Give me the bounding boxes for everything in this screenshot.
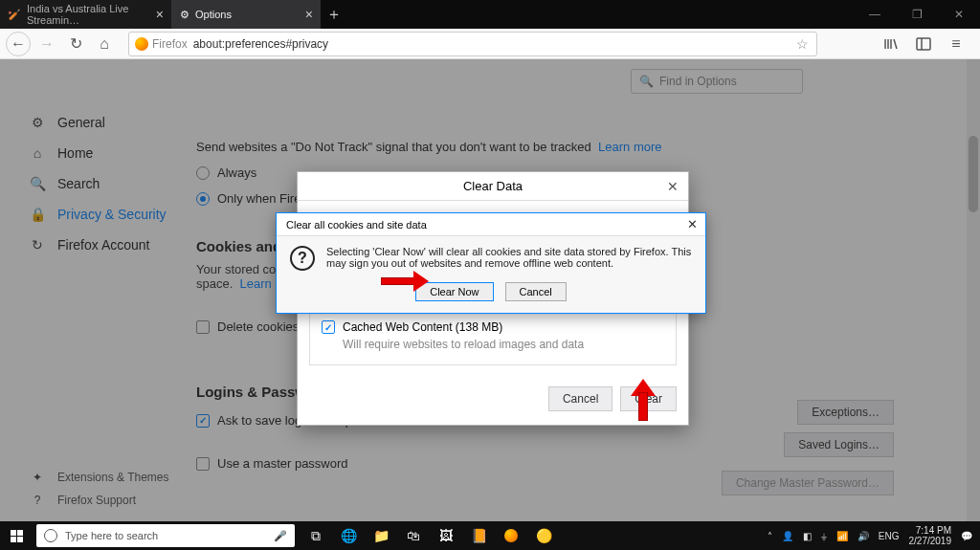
people-icon[interactable]: 👤 [782, 531, 793, 541]
minimize-button[interactable]: — [854, 0, 896, 29]
cancel-button[interactable]: Cancel [548, 386, 612, 411]
question-icon: ? [290, 246, 315, 271]
tray-icon[interactable]: ◧ [803, 531, 812, 541]
app-icon[interactable]: 🖼 [431, 521, 461, 550]
option-description: Will require websites to reload images a… [343, 338, 664, 351]
tab-background[interactable]: 🏏 India vs Australia Live Streamin… × [0, 0, 172, 29]
chrome-icon[interactable]: 🟡 [528, 521, 559, 550]
cancel-button[interactable]: Cancel [505, 282, 567, 301]
dialog-footer: Clear Now Cancel [277, 276, 705, 313]
new-tab-button[interactable]: ＋ [321, 0, 347, 29]
close-icon[interactable]: × [305, 7, 313, 22]
window-titlebar: 🏏 India vs Australia Live Streamin… × ⚙ … [0, 0, 980, 29]
app-icon[interactable]: 📙 [463, 521, 494, 550]
forward-button[interactable]: → [34, 32, 59, 56]
close-icon[interactable]: ✕ [687, 217, 698, 231]
tray-chevron-icon[interactable]: ˄ [768, 531, 772, 541]
dialog-header: Clear Data ✕ [298, 172, 688, 201]
tab-favicon: 🏏 [8, 9, 21, 21]
app-menu-button[interactable]: ≡ [944, 32, 969, 56]
wifi-icon[interactable]: 📶 [836, 531, 848, 541]
checkbox-icon [322, 320, 335, 334]
identity-icon: Firefox [129, 37, 193, 51]
confirm-clear-dialog: Clear all cookies and site data ✕ ? Sele… [276, 212, 706, 314]
edge-icon[interactable]: 🌐 [333, 521, 364, 550]
language-indicator[interactable]: ENG [879, 531, 900, 541]
home-button[interactable]: ⌂ [92, 32, 117, 56]
dialog-title: Clear all cookies and site data [286, 219, 427, 231]
taskbar-clock[interactable]: 7:14 PM 2/27/2019 [909, 525, 952, 546]
windows-taskbar: Type here to search 🎤 ⧉ 🌐 📁 🛍 🖼 📙 🟡 ˄ 👤 … [0, 521, 980, 550]
firefox-logo-icon [135, 37, 148, 51]
url-text: about:preferences#privacy [193, 37, 789, 51]
date-text: 2/27/2019 [909, 536, 952, 546]
network-icon[interactable]: ⏚ [821, 531, 827, 541]
tab-active[interactable]: ⚙ Options × [172, 0, 321, 29]
task-view-icon[interactable]: ⧉ [301, 521, 331, 550]
store-icon[interactable]: 🛍 [398, 521, 429, 550]
maximize-button[interactable]: ❐ [896, 0, 938, 29]
dialog-header: Clear all cookies and site data ✕ [277, 213, 705, 236]
tab-label: India vs Australia Live Streamin… [27, 3, 150, 26]
windows-logo-icon [11, 530, 23, 542]
dialog-title: Clear Data [463, 179, 523, 193]
cortana-icon [44, 529, 57, 542]
brand-label: Firefox [152, 37, 188, 51]
back-button[interactable]: ← [6, 32, 31, 56]
annotation-arrow-vertical [632, 379, 655, 421]
tab-label: Options [195, 9, 232, 20]
notifications-icon[interactable]: 💬 [961, 531, 972, 541]
close-icon[interactable]: ✕ [667, 179, 679, 194]
mic-icon[interactable]: 🎤 [274, 530, 287, 542]
placeholder-text: Type here to search [65, 530, 158, 541]
file-explorer-icon[interactable]: 📁 [366, 521, 396, 550]
volume-icon[interactable]: 🔊 [858, 531, 869, 541]
url-bar[interactable]: Firefox about:preferences#privacy ☆ [128, 32, 817, 56]
dialog-message: Selecting 'Clear Now' will clear all coo… [326, 246, 692, 271]
bookmark-star-icon[interactable]: ☆ [789, 36, 816, 52]
dialog-footer: Cancel Clear [298, 377, 688, 425]
start-button[interactable] [0, 521, 33, 550]
system-tray: ˄ 👤 ◧ ⏚ 📶 🔊 ENG 7:14 PM 2/27/2019 💬 [768, 525, 980, 546]
close-window-button[interactable]: ✕ [938, 0, 980, 29]
window-controls: — ❐ ✕ [854, 0, 980, 29]
sidebar-toggle-icon[interactable] [911, 32, 936, 56]
close-icon[interactable]: × [156, 7, 164, 22]
annotation-arrow-horizontal [381, 273, 429, 290]
library-icon[interactable] [879, 32, 903, 56]
taskbar-search-input[interactable]: Type here to search 🎤 [36, 524, 295, 547]
taskbar-apps: ⧉ 🌐 📁 🛍 🖼 📙 🟡 [301, 521, 559, 550]
cached-content-option[interactable]: Cached Web Content (138 MB) Will require… [309, 310, 677, 365]
navigation-toolbar: ← → ↻ ⌂ Firefox about:preferences#privac… [0, 29, 980, 59]
option-label: Cached Web Content (138 MB) [343, 320, 502, 334]
reload-button[interactable]: ↻ [63, 32, 88, 56]
svg-rect-0 [917, 38, 930, 50]
time-text: 7:14 PM [909, 525, 952, 536]
gear-icon: ⚙ [180, 9, 189, 21]
firefox-icon[interactable] [496, 521, 526, 550]
